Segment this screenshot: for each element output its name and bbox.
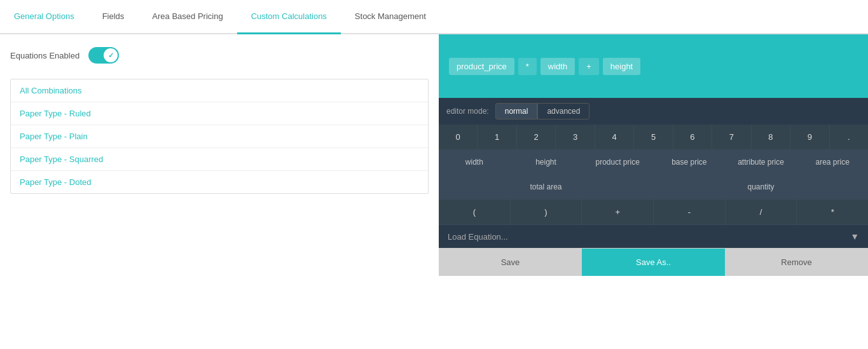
tab-custom-calculations[interactable]: Custom Calculations: [237, 0, 341, 34]
load-equation-label: Load Equation...: [448, 232, 508, 242]
tab-fields[interactable]: Fields: [88, 0, 139, 34]
key-8[interactable]: 8: [752, 125, 790, 149]
key-product-price[interactable]: product price: [582, 150, 654, 174]
key-quantity[interactable]: quantity: [654, 175, 868, 199]
key-6[interactable]: 6: [673, 125, 712, 149]
editor-mode-bar: editor mode: normal advanced: [439, 98, 868, 125]
key-area-price[interactable]: area price: [797, 150, 868, 174]
key-multiply[interactable]: *: [797, 200, 868, 224]
variables-row2: total area quantity: [439, 175, 868, 200]
key-plus[interactable]: +: [582, 200, 654, 224]
token-width: width: [541, 58, 575, 75]
combination-list: All Combinations Paper Type - Ruled Pape…: [10, 79, 429, 194]
token-height: height: [603, 58, 640, 75]
mode-normal-button[interactable]: normal: [495, 103, 538, 120]
equation-display[interactable]: product_price * width + height: [439, 34, 868, 98]
token-multiply: *: [518, 58, 537, 75]
key-open-paren[interactable]: (: [439, 200, 511, 224]
action-row: Save Save As.. Remove: [439, 248, 868, 276]
token-product-price: product_price: [449, 58, 514, 75]
equations-enabled-toggle[interactable]: [88, 47, 119, 64]
left-panel: Equations Enabled All Combinations Paper…: [0, 34, 439, 349]
keypad: 0 1 2 3 4 5 6 7 8 9 . width height produ…: [439, 125, 868, 224]
editor-mode-label: editor mode:: [446, 107, 489, 116]
dropdown-arrow-icon: ▼: [850, 231, 859, 242]
equations-enabled-label: Equations Enabled: [10, 51, 79, 60]
key-attribute-price[interactable]: attribute price: [726, 150, 797, 174]
key-total-area[interactable]: total area: [439, 175, 654, 199]
key-4[interactable]: 4: [595, 125, 634, 149]
tab-bar: General Options Fields Area Based Pricin…: [0, 0, 868, 34]
key-7[interactable]: 7: [712, 125, 751, 149]
tab-area-based-pricing[interactable]: Area Based Pricing: [138, 0, 237, 34]
key-3[interactable]: 3: [556, 125, 595, 149]
key-2[interactable]: 2: [517, 125, 556, 149]
key-width[interactable]: width: [439, 150, 511, 174]
key-9[interactable]: 9: [790, 125, 829, 149]
key-1[interactable]: 1: [478, 125, 516, 149]
key-minus[interactable]: -: [654, 200, 726, 224]
combination-item-ruled[interactable]: Paper Type - Ruled: [11, 102, 428, 125]
equations-enabled-row: Equations Enabled: [10, 47, 429, 64]
key-dot[interactable]: .: [830, 125, 868, 149]
remove-button[interactable]: Remove: [725, 249, 868, 276]
load-equation-row[interactable]: Load Equation... ▼: [439, 224, 868, 248]
save-button[interactable]: Save: [439, 249, 582, 276]
right-panel: product_price * width + height editor mo…: [439, 34, 868, 349]
key-0[interactable]: 0: [439, 125, 478, 149]
key-5[interactable]: 5: [634, 125, 673, 149]
token-plus: +: [579, 58, 599, 75]
variables-row1: width height product price base price at…: [439, 150, 868, 175]
toggle-track: [88, 47, 119, 64]
mode-advanced-button[interactable]: advanced: [537, 103, 589, 120]
toggle-thumb: [104, 48, 118, 62]
combination-item-all[interactable]: All Combinations: [11, 79, 428, 102]
numbers-row: 0 1 2 3 4 5 6 7 8 9 .: [439, 125, 868, 150]
key-base-price[interactable]: base price: [654, 150, 726, 174]
tab-general-options[interactable]: General Options: [0, 0, 88, 34]
combination-item-squarred[interactable]: Paper Type - Squarred: [11, 148, 428, 171]
key-divide[interactable]: /: [726, 200, 797, 224]
operators-row: ( ) + - / *: [439, 200, 868, 224]
combination-item-plain[interactable]: Paper Type - Plain: [11, 125, 428, 148]
tab-stock-management[interactable]: Stock Management: [341, 0, 440, 34]
combination-item-doted[interactable]: Paper Type - Doted: [11, 171, 428, 193]
save-as-button[interactable]: Save As..: [582, 249, 725, 276]
key-height[interactable]: height: [511, 150, 582, 174]
key-close-paren[interactable]: ): [511, 200, 582, 224]
